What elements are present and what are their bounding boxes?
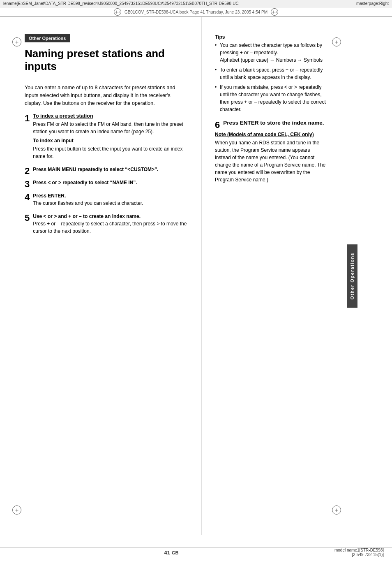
side-tab: Other Operations xyxy=(347,244,357,308)
step-1-content: To index a preset station Press FM or AM… xyxy=(33,113,188,160)
footer-model-line1: model name1[STR-DE598] xyxy=(334,548,384,552)
corner-crosshair-tl: + xyxy=(12,37,21,46)
footer-center: 41 GB xyxy=(164,549,178,556)
step-4-subtext: The cursor flashes and you can select a … xyxy=(33,199,188,207)
tip-item-3: If you made a mistake, press < or > repe… xyxy=(215,83,327,113)
step-5-text: Use < or > and + or – to create an index… xyxy=(33,213,188,220)
step-1-number: 1 xyxy=(25,114,30,123)
footer-page-suffix: GB xyxy=(172,550,179,555)
step-5-number: 5 xyxy=(25,213,30,223)
step-6-text: Press ENTER to store the index name. xyxy=(223,120,327,126)
main-content: + + Other Operations Naming preset stati… xyxy=(0,17,392,535)
intro-text: You can enter a name of up to 8 characte… xyxy=(25,84,188,107)
step-1-heading: To index a preset station xyxy=(33,113,188,119)
step-3-number: 3 xyxy=(25,180,30,189)
footer-page-number: 41 xyxy=(164,549,170,556)
step-1-sub-text: Press the input button to select the inp… xyxy=(33,145,188,160)
step-6-number: 6 xyxy=(215,121,220,130)
step-2: 2 Press MAIN MENU repeatedly to select “… xyxy=(25,166,188,173)
step-1-sub-heading: To index an input xyxy=(33,138,188,144)
corner-crosshair-tr: + xyxy=(332,37,341,46)
footer-model-line2: [2-549-732-15(1)] xyxy=(334,552,384,557)
crosshair-right: + xyxy=(271,8,278,16)
crosshair-left: + xyxy=(114,8,121,16)
footer-model: model name1[STR-DE598] [2-549-732-15(1)] xyxy=(334,548,384,557)
step-6: 6 Press ENTER to store the index name. xyxy=(215,120,327,126)
right-column: + + Other Operations Tips You can select… xyxy=(201,17,357,535)
step-3: 3 Press < or > repeatedly to select “NAM… xyxy=(25,179,188,186)
step-2-content: Press MAIN MENU repeatedly to select “<C… xyxy=(33,166,188,173)
tip-item-2: To enter a blank space, press + or – rep… xyxy=(215,66,327,81)
note-heading: Note (Models of area code CEL, CEK only) xyxy=(215,132,327,137)
tips-heading: Tips xyxy=(215,34,327,40)
step-6-content: Press ENTER to store the index name. xyxy=(223,120,327,126)
header-masterpage: masterpage:Right xyxy=(356,1,389,6)
note-section: Note (Models of area code CEL, CEK only)… xyxy=(215,132,327,183)
header-filepath: lename[E:\SEM_Janet\DATA_STR-DE598_revis… xyxy=(3,1,239,6)
corner-crosshair-bl: + xyxy=(12,505,21,515)
tips-list: You can select the character type as fol… xyxy=(215,42,327,113)
corner-crosshair-br: + xyxy=(332,505,341,515)
step-3-content: Press < or > repeatedly to select “NAME … xyxy=(33,179,188,186)
step-3-text: Press < or > repeatedly to select “NAME … xyxy=(33,179,188,186)
footer-bar: 41 GB model name1[STR-DE598] [2-549-732-… xyxy=(0,547,392,557)
step-4: 4 Press ENTER. The cursor flashes and yo… xyxy=(25,192,188,207)
note-text: When you name an RDS station and tune in… xyxy=(215,139,327,183)
page-heading: Naming preset stations and inputs xyxy=(25,47,188,78)
step-2-number: 2 xyxy=(25,167,30,176)
step-1-text: Press FM or AM to select the FM or AM ba… xyxy=(33,121,188,135)
header-bar: lename[E:\SEM_Janet\DATA_STR-DE598_revis… xyxy=(0,0,392,7)
step-4-content: Press ENTER. The cursor flashes and you … xyxy=(33,192,188,207)
step-5: 5 Use < or > and + or – to create an ind… xyxy=(25,213,188,235)
left-column: + + Other Operations Naming preset stati… xyxy=(0,17,201,535)
step-5-content: Use < or > and + or – to create an index… xyxy=(33,213,188,235)
book-line: GB01COV_STR-DE598-UCA.book Page 41 Thurs… xyxy=(125,10,267,14)
step-4-text: Press ENTER. xyxy=(33,192,188,199)
section-label: Other Operations xyxy=(25,34,70,42)
step-5-subtext: Press + or – repeatedly to select a char… xyxy=(33,220,188,235)
step-1: 1 To index a preset station Press FM or … xyxy=(25,113,188,160)
tip-item-1: You can select the character type as fol… xyxy=(215,42,327,64)
step-2-text: Press MAIN MENU repeatedly to select “<C… xyxy=(33,166,188,173)
sub-header: + GB01COV_STR-DE598-UCA.book Page 41 Thu… xyxy=(0,7,392,17)
step-4-number: 4 xyxy=(25,193,30,202)
